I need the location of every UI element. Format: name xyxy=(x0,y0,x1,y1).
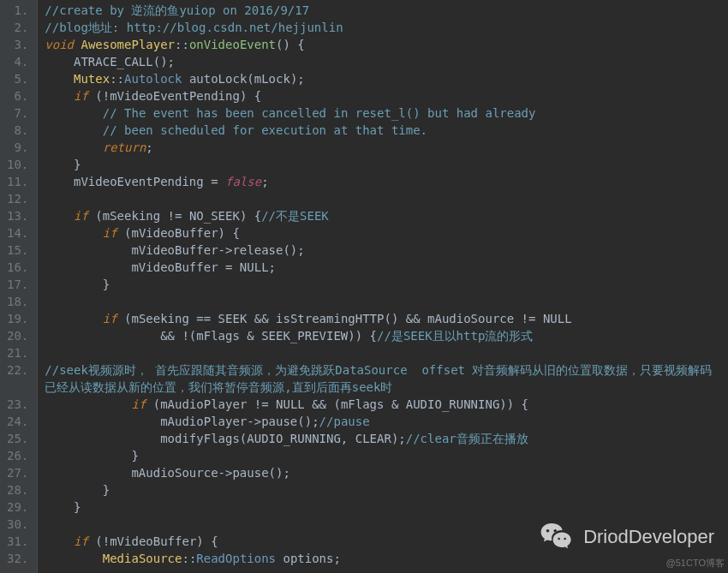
line-number: 25. xyxy=(7,430,28,447)
code-line: if (mSeeking == SEEK && isStreamingHTTP(… xyxy=(45,310,728,327)
code-line: mVideoEventPending = false; xyxy=(45,173,728,190)
code-line: // The event has been cancelled in reset… xyxy=(45,104,728,122)
line-number: 1. xyxy=(7,2,28,19)
code-line: if (mAudioPlayer != NULL && (mFlags & AU… xyxy=(45,396,728,413)
line-number: 29. xyxy=(7,498,28,516)
code-line: //blog地址: http://blog.csdn.net/hejjunlin xyxy=(45,19,728,36)
code-line: if (mSeeking != NO_SEEK) {//不是SEEK xyxy=(45,207,728,224)
line-number: 7. xyxy=(7,104,28,122)
line-number: 3. xyxy=(7,36,28,53)
code-line: modifyFlags(AUDIO_RUNNING, CLEAR);//clea… xyxy=(45,430,728,447)
wechat-icon xyxy=(539,517,575,556)
line-number: 27. xyxy=(7,464,28,481)
code-line: mAudioPlayer->pause();//pause xyxy=(45,413,728,430)
line-number: 9. xyxy=(7,139,28,156)
line-number: 10. xyxy=(7,156,28,173)
code-line: && !(mFlags & SEEK_PREVIEW)) {//是SEEK且以h… xyxy=(45,327,728,344)
code-line: } xyxy=(45,481,728,498)
line-number: 14. xyxy=(7,224,28,242)
line-number: 16. xyxy=(7,259,28,276)
code-line: if (!mVideoEventPending) { xyxy=(45,87,728,104)
line-number: 6. xyxy=(7,87,28,104)
line-number: 30. xyxy=(7,516,28,533)
code-line: } xyxy=(45,276,728,293)
watermark: DriodDeveloper xyxy=(539,517,714,556)
line-number: 17. xyxy=(7,276,28,293)
line-number: 31. xyxy=(7,533,28,550)
line-number: 19. xyxy=(7,310,28,327)
line-number: 20. xyxy=(7,327,28,344)
watermark-text: DriodDeveloper xyxy=(583,528,714,546)
code-line: mVideoBuffer = NULL; xyxy=(45,259,728,276)
line-number: 28. xyxy=(7,481,28,498)
line-number: 21. xyxy=(7,344,28,361)
code-line: // been scheduled for execution at that … xyxy=(45,122,728,139)
code-line: ATRACE_CALL(); xyxy=(45,53,728,70)
code-line: mVideoBuffer->release(); xyxy=(45,242,728,259)
code-line: void AwesomePlayer::onVideoEvent() { xyxy=(45,36,728,53)
code-line: Mutex::Autolock autoLock(mLock); xyxy=(45,70,728,87)
line-number: 4. xyxy=(7,53,28,70)
line-number: 8. xyxy=(7,122,28,139)
code-line: mAudioSource->pause(); xyxy=(45,464,728,481)
line-number: 11. xyxy=(7,173,28,190)
line-number: 22. xyxy=(7,361,28,379)
line-number: 26. xyxy=(7,447,28,464)
line-number: 2. xyxy=(7,19,28,36)
line-number: 23. xyxy=(7,396,28,413)
code-line xyxy=(45,190,728,207)
code-line: //seek视频源时， 首先应跟随其音频源，为避免跳跃DataSource of… xyxy=(45,361,728,379)
code-line: if (mVideoBuffer) { xyxy=(45,224,728,242)
code-line xyxy=(45,293,728,310)
line-number: 13. xyxy=(7,207,28,224)
code-editor: 1.2.3.4.5.6.7.8.9.10.11.12.13.14.15.16.1… xyxy=(0,0,728,573)
credit-text: @51CTO博客 xyxy=(666,554,725,571)
code-line: 已经从读数据从新的位置，我们将暂停音频源,直到后面再seek时 xyxy=(45,379,728,396)
line-number: 15. xyxy=(7,242,28,259)
code-line: } xyxy=(45,498,728,516)
code-line xyxy=(45,344,728,361)
line-number: 12. xyxy=(7,190,28,207)
line-number-gutter: 1.2.3.4.5.6.7.8.9.10.11.12.13.14.15.16.1… xyxy=(0,0,38,573)
code-line: return; xyxy=(45,139,728,156)
line-number: 5. xyxy=(7,70,28,87)
code-content: //create by 逆流的鱼yuiop on 2016/9/17//blog… xyxy=(38,0,728,573)
line-number: 24. xyxy=(7,413,28,430)
line-number: 18. xyxy=(7,293,28,310)
code-line: } xyxy=(45,447,728,464)
code-line: //create by 逆流的鱼yuiop on 2016/9/17 xyxy=(45,2,728,19)
code-line: } xyxy=(45,156,728,173)
line-number: 32. xyxy=(7,550,28,567)
